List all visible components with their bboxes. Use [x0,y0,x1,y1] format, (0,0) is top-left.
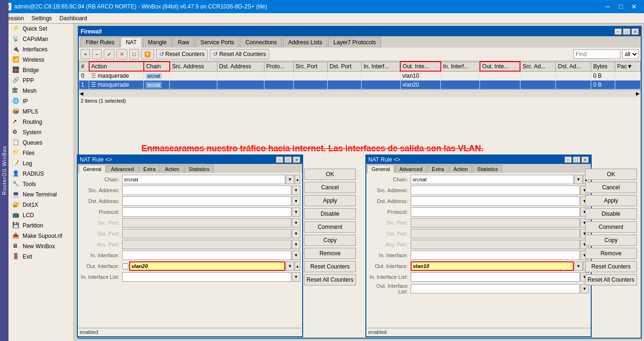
reset-counters-button-right[interactable]: Reset Counters [585,261,637,272]
dst-port-input-right[interactable] [411,229,580,238]
table-row[interactable]: 1 ☰masquerade srcnat vlan20 [79,81,641,89]
dst-port-dropdown[interactable]: ▼ [292,229,300,238]
sidebar-item-partition[interactable]: 💾 Partition [8,220,81,231]
nat-dialog-right-controls[interactable]: ─ □ ✕ [564,156,589,163]
sidebar-item-ip[interactable]: 🌐 IP ▶ [8,96,81,106]
col-bytes[interactable]: Bytes [591,62,615,71]
reset-all-counters-button-right[interactable]: Reset All Counters [585,274,637,285]
sidebar-item-queues[interactable]: 📋 Queues [8,138,81,148]
sidebar-item-new-terminal[interactable]: 💻 New Terminal [8,189,81,200]
src-address-input[interactable] [122,186,291,195]
col-dst-addr[interactable]: Dst. Address [217,62,264,71]
sidebar-item-system[interactable]: ⚙ System ▶ [8,127,81,138]
apply-button-left[interactable]: Apply [304,195,356,206]
chain-scroll-up[interactable]: ▲ [295,175,300,184]
sidebar-item-new-winbox[interactable]: 🖥 New WinBox [8,241,81,252]
copy-rule-button[interactable]: □ [129,49,139,59]
nat-left-close[interactable]: ✕ [293,156,300,163]
nat-right-tab-action[interactable]: Action [449,165,472,173]
comment-button-right[interactable]: Comment [585,221,637,233]
comment-button-left[interactable]: Comment [304,221,356,233]
sidebar-item-wireless[interactable]: 📶 Wireless [8,55,81,65]
out-interface-list-dropdown-right[interactable]: ▼ [580,284,589,293]
out-interface-dropdown[interactable]: ▼ [286,261,294,271]
find-input[interactable] [573,49,620,59]
nat-right-tab-statistics[interactable]: Statistics [473,165,502,173]
nat-right-close[interactable]: ✕ [581,156,589,163]
sidebar-item-mesh[interactable]: 🕸 Mesh [8,86,81,96]
src-address-dropdown[interactable]: ▼ [292,186,300,195]
protocol-input[interactable] [122,207,291,217]
tab-address-lists[interactable]: Address Lists [283,37,327,48]
fw-maximize-btn[interactable]: □ [623,28,630,35]
tab-mangle[interactable]: Mangle [143,37,172,48]
sidebar-item-capsman[interactable]: 📡 CAPsMan [8,34,81,44]
sidebar-item-lcd[interactable]: 📺 LCD [8,210,81,220]
nat-left-tab-statistics[interactable]: Statistics [184,165,214,173]
ok-button-left[interactable]: OK [304,169,356,180]
copy-button-right[interactable]: Copy [585,235,637,246]
nat-right-minimize[interactable]: ─ [564,156,572,163]
enable-rule-button[interactable]: ✓ [104,49,115,59]
tab-connections[interactable]: Connections [240,37,282,48]
src-port-dropdown[interactable]: ▼ [292,218,300,227]
out-interface-input[interactable] [129,261,285,271]
table-scrollbar[interactable]: ◀ ▶ [79,89,641,97]
nat-left-tab-general[interactable]: General [79,165,106,173]
remove-rule-button[interactable]: − [92,49,101,59]
minimize-button[interactable]: ─ [602,2,614,11]
nat-left-tab-extra[interactable]: Extra [139,165,160,173]
menu-settings[interactable]: Settings [28,14,56,23]
nat-right-tab-extra[interactable]: Extra [428,165,448,173]
dst-address-input[interactable] [122,196,291,206]
col-in-iface[interactable]: In. Interf... [362,62,400,71]
out-interface-scroll-up[interactable]: ▲ [295,261,300,271]
remove-button-right[interactable]: Remove [585,248,637,259]
sidebar-item-files[interactable]: 📁 Files [8,148,81,158]
fw-minimize-btn[interactable]: ─ [614,28,622,35]
tab-nat[interactable]: NAT [121,37,142,48]
maximize-button[interactable]: □ [615,2,627,11]
in-interface-dropdown[interactable]: ▼ [292,251,300,260]
out-interface-dropdown-right[interactable]: ▼ [574,261,583,271]
ok-button-right[interactable]: OK [585,169,637,180]
in-interface-input-right[interactable] [411,251,580,260]
any-port-input[interactable] [122,240,291,249]
tab-layer7[interactable]: Layer7 Protocols [328,37,381,48]
sidebar-item-dot1x[interactable]: 🔐 Dot1X [8,200,81,210]
col-pac[interactable]: Pac▼ [615,62,640,71]
out-interface-list-input-right[interactable] [411,284,580,293]
nat-left-tab-action[interactable]: Action [161,165,184,173]
find-select[interactable]: all [622,49,639,59]
in-interface-list-dropdown[interactable]: ▼ [292,272,300,282]
reset-counters-toolbar-button[interactable]: ↺ Reset Counters [156,49,208,59]
nat-dialog-left-controls[interactable]: ─ □ ✕ [276,156,300,163]
col-dst-ad[interactable]: Dst. Ad... [556,62,591,71]
sidebar-item-ppp[interactable]: 🔗 PPP [8,75,81,86]
sidebar-item-interfaces[interactable]: 🔌 Interfaces [8,44,81,55]
in-interface-list-input[interactable] [122,272,291,282]
cancel-button-right[interactable]: Cancel [585,182,637,193]
add-rule-button[interactable]: + [81,49,90,59]
col-src-ad[interactable]: Src. Ad... [520,62,556,71]
nat-left-minimize[interactable]: ─ [276,156,283,163]
dst-port-input[interactable] [122,229,291,238]
dst-address-dropdown[interactable]: ▼ [292,196,300,206]
scroll-right[interactable]: ▶ [636,91,640,96]
col-out-iface2[interactable]: Out. Inte... [480,62,520,71]
reset-counters-button-left[interactable]: Reset Counters [304,261,356,272]
src-address-input-right[interactable] [411,186,580,195]
sidebar-item-radius[interactable]: 👤 RADIUS [8,169,81,179]
nat-right-maximize[interactable]: □ [573,156,580,163]
titlebar-controls[interactable]: ─ □ ✕ [602,2,640,11]
tab-filter-rules[interactable]: Filter Rules [81,37,120,48]
table-row[interactable]: 0 ☰masquerade srcnat vlan10 [79,71,641,81]
sidebar-item-make-supout[interactable]: 📤 Make Supout.rif [8,231,81,241]
sidebar-item-log[interactable]: 📝 Log [8,158,81,169]
firewall-controls[interactable]: ─ □ ✕ [614,28,639,35]
col-dst-port[interactable]: Dst. Port [327,62,361,71]
apply-button-right[interactable]: Apply [585,195,637,206]
col-proto[interactable]: Proto... [264,62,293,71]
out-interface-checkbox[interactable] [122,263,129,269]
disable-button-right[interactable]: Disable [585,208,637,219]
